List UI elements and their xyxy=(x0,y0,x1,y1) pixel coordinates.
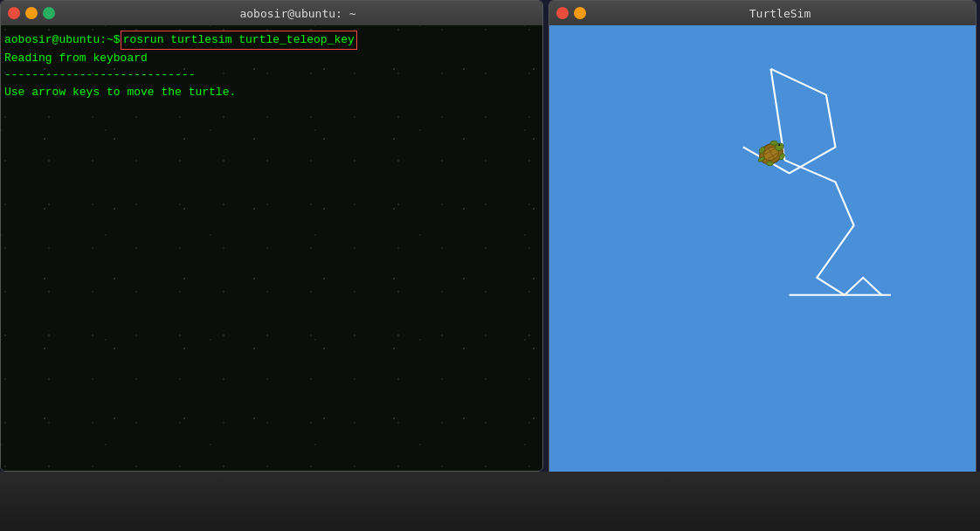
taskbar xyxy=(0,472,980,531)
minimize-button[interactable] xyxy=(25,7,38,19)
terminal-body[interactable]: aobosir@ubuntu:~$ rosrun turtlesim turtl… xyxy=(1,25,542,471)
terminal-title: aobosir@ubuntu: ~ xyxy=(60,7,535,20)
svg-point-11 xyxy=(770,141,777,145)
terminal-window: aobosir@ubuntu: ~ aobosir@ubuntu:~$ rosr… xyxy=(0,0,543,472)
turtlesim-title: TurtleSim xyxy=(591,7,969,20)
turtle-path-svg xyxy=(549,25,976,484)
terminal-content: aobosir@ubuntu:~$ rosrun turtlesim turtl… xyxy=(1,25,542,106)
turtlesim-close-button[interactable] xyxy=(556,7,569,19)
turtlesim-titlebar: TurtleSim xyxy=(549,1,976,25)
turtlesim-minimize-button[interactable] xyxy=(574,7,586,19)
terminal-line-2: ---------------------------- xyxy=(4,66,539,84)
prompt-text: aobosir@ubuntu:~$ xyxy=(4,31,121,49)
terminal-titlebar: aobosir@ubuntu: ~ xyxy=(1,1,542,25)
command-text: rosrun turtlesim turtle_teleop_key xyxy=(121,31,357,50)
maximize-button[interactable] xyxy=(43,7,55,19)
turtlesim-window: TurtleSim xyxy=(549,0,977,485)
turtlesim-body[interactable] xyxy=(549,25,976,484)
desktop: aobosir@ubuntu: ~ aobosir@ubuntu:~$ rosr… xyxy=(0,0,980,531)
close-button[interactable] xyxy=(8,7,20,19)
terminal-line-1: Reading from keyboard xyxy=(4,50,539,67)
svg-point-10 xyxy=(766,162,773,166)
terminal-line-3: Use arrow keys to move the turtle. xyxy=(4,84,539,101)
prompt-line: aobosir@ubuntu:~$ rosrun turtlesim turtl… xyxy=(4,31,539,50)
